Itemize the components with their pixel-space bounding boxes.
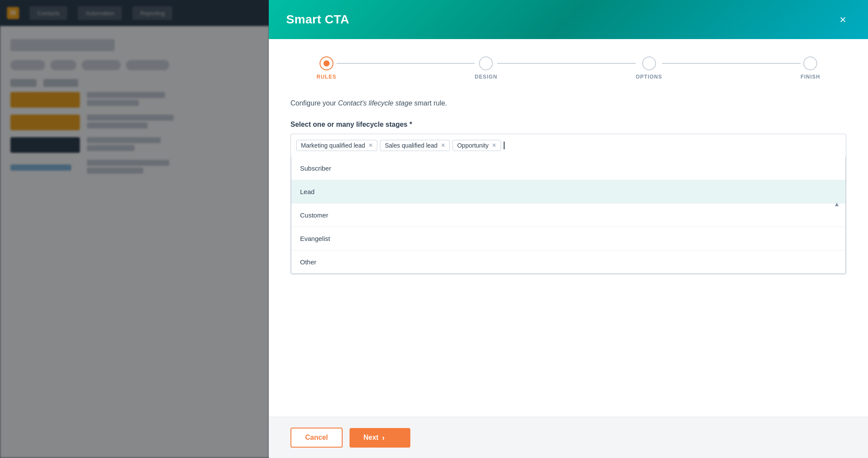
dropdown-item-lead[interactable]: Lead bbox=[291, 180, 845, 204]
step-connector-1 bbox=[337, 63, 475, 64]
step-label-finish: FINISH bbox=[801, 74, 820, 80]
dropdown-item-customer[interactable]: Customer bbox=[291, 204, 845, 227]
lifecycle-stage-label: Select one or many lifecycle stages * bbox=[290, 121, 846, 129]
modal-title: Smart CTA bbox=[286, 13, 349, 26]
next-button-label: Next bbox=[363, 434, 379, 442]
step-rules[interactable]: RULES bbox=[317, 56, 337, 80]
tag-marketing-qualified-lead[interactable]: Marketing qualified lead × bbox=[296, 140, 377, 151]
step-label-design: DESIGN bbox=[475, 74, 497, 80]
lifecycle-stage-select[interactable]: Marketing qualified lead × Sales qualifi… bbox=[290, 134, 846, 274]
tag-label-mql: Marketing qualified lead bbox=[301, 142, 365, 149]
tag-remove-mql[interactable]: × bbox=[369, 142, 373, 149]
multi-select-input-row[interactable]: Marketing qualified lead × Sales qualifi… bbox=[291, 134, 846, 157]
dropdown-item-other[interactable]: Other bbox=[291, 250, 845, 273]
next-arrow-icon: › bbox=[382, 433, 385, 442]
step-label-options: OPTIONS bbox=[636, 74, 662, 80]
description-suffix: smart rule. bbox=[413, 99, 447, 107]
modal-body: RULES DESIGN OPTIONS FINISH Configur bbox=[269, 39, 868, 417]
step-design[interactable]: DESIGN bbox=[475, 56, 497, 80]
tag-label-opportunity: Opportunity bbox=[457, 142, 488, 149]
modal-header: Smart CTA × bbox=[269, 0, 868, 39]
stepper: RULES DESIGN OPTIONS FINISH bbox=[290, 56, 846, 80]
tag-remove-sql[interactable]: × bbox=[441, 142, 445, 149]
tag-sales-qualified-lead[interactable]: Sales qualified lead × bbox=[380, 140, 450, 151]
step-finish[interactable]: FINISH bbox=[801, 56, 820, 80]
step-connector-2 bbox=[497, 63, 636, 64]
step-circle-options bbox=[642, 56, 656, 70]
cancel-button[interactable]: Cancel bbox=[290, 428, 343, 448]
tag-opportunity[interactable]: Opportunity × bbox=[452, 140, 501, 151]
next-button[interactable]: Next › bbox=[350, 428, 410, 448]
step-options[interactable]: OPTIONS bbox=[636, 56, 662, 80]
step-connector-3 bbox=[662, 63, 801, 64]
modal-close-button[interactable]: × bbox=[835, 12, 851, 27]
description-plain: Configure your bbox=[290, 99, 338, 107]
modal-footer: Cancel Next › bbox=[269, 417, 868, 458]
select-cursor bbox=[504, 142, 505, 149]
step-circle-rules bbox=[320, 56, 333, 70]
lifecycle-stage-dropdown: Subscriber Lead Customer Evangelist Othe… bbox=[291, 157, 846, 274]
step-label-rules: RULES bbox=[317, 74, 337, 80]
dropdown-item-subscriber[interactable]: Subscriber bbox=[291, 157, 845, 180]
step-circle-design bbox=[479, 56, 493, 70]
description-italic: Contact's lifecycle stage bbox=[338, 99, 412, 107]
dropdown-item-evangelist[interactable]: Evangelist bbox=[291, 227, 845, 250]
select-chevron-icon: ▲ bbox=[834, 201, 840, 208]
tag-label-sql: Sales qualified lead bbox=[385, 142, 437, 149]
step-circle-finish bbox=[803, 56, 817, 70]
form-description: Configure your Contact's lifecycle stage… bbox=[290, 98, 846, 109]
modal-panel: Smart CTA × RULES DESIGN OPTIONS bbox=[269, 0, 868, 458]
tag-remove-opportunity[interactable]: × bbox=[492, 142, 496, 149]
